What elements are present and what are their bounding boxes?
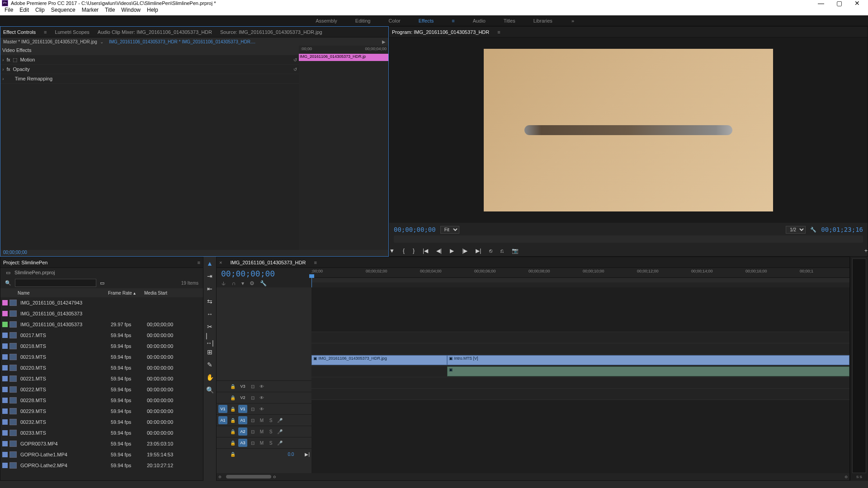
ec-play-icon[interactable]: ▶ xyxy=(382,39,386,44)
col-header-framerate[interactable]: Frame Rate ▴ xyxy=(108,291,144,296)
menu-sequence[interactable]: Sequence xyxy=(51,7,75,14)
workspace-titles[interactable]: Titles xyxy=(504,18,515,23)
chevron-down-icon[interactable]: ⌄ xyxy=(100,39,104,44)
go-to-next-icon[interactable]: ▶| xyxy=(305,452,310,457)
mark-in-icon[interactable]: { xyxy=(403,248,405,254)
source-patch-a1[interactable]: A1 xyxy=(218,416,227,424)
project-item-row[interactable]: 00220.MTS59.94 fps00:00:00:00 xyxy=(0,362,203,373)
add-marker-icon[interactable]: ▼ xyxy=(389,248,395,254)
sync-lock-icon[interactable]: ⊡ xyxy=(249,441,256,446)
lock-icon[interactable]: 🔒 xyxy=(229,395,236,400)
track-target-a2[interactable]: A2 xyxy=(238,427,247,436)
project-item-row[interactable]: IMG_20161106_014247943 xyxy=(0,297,203,308)
clip-label-color[interactable] xyxy=(2,343,8,349)
sync-lock-icon[interactable]: ⊡ xyxy=(249,407,256,412)
project-item-row[interactable]: IMG_20161106_014305373 xyxy=(0,308,203,319)
track-lane-v1[interactable]: ▣ IMG_20161106_014305373_HDR.jpg ▣ Intro… xyxy=(311,354,849,366)
clip-label-color[interactable] xyxy=(2,398,8,403)
lock-icon[interactable]: 🔒 xyxy=(229,384,236,389)
export-frame-icon[interactable]: 📷 xyxy=(512,248,519,254)
mute-icon[interactable]: M xyxy=(258,441,265,446)
ec-panel-menu-icon[interactable]: ≡ xyxy=(44,29,47,35)
scroll-thumb[interactable] xyxy=(226,475,271,479)
timeline-tracks-area[interactable]: ▣ IMG_20161106_014305373_HDR.jpg ▣ Intro… xyxy=(311,287,849,473)
project-panel-menu-icon[interactable]: ≡ xyxy=(198,260,200,265)
clip-label-color[interactable] xyxy=(2,419,8,425)
sync-lock-icon[interactable]: ⊡ xyxy=(249,395,256,400)
slip-tool-icon[interactable]: |↔| xyxy=(206,335,214,343)
solo-icon[interactable]: S xyxy=(267,429,274,434)
col-header-name[interactable]: Name xyxy=(18,291,108,296)
maximize-button[interactable]: ▢ xyxy=(830,0,848,7)
ec-mini-timeline[interactable]: :00;00 00;00;04;00 IMG_20161106_01430537… xyxy=(299,46,388,250)
track-lane-v3[interactable] xyxy=(311,332,849,343)
ec-effect-time-remapping[interactable]: › Time Remapping xyxy=(0,74,299,84)
tab-source-monitor[interactable]: Source: IMG_20161106_014305373_HDR.jpg xyxy=(220,29,322,35)
clip-label-color[interactable] xyxy=(2,387,8,392)
reset-icon[interactable]: ↺ xyxy=(293,67,297,72)
new-bin-icon[interactable]: ▭ xyxy=(100,280,104,286)
track-lane-a2[interactable] xyxy=(311,377,849,388)
menu-file[interactable]: File xyxy=(5,7,13,14)
program-scrubber[interactable] xyxy=(394,235,863,243)
track-target-v1[interactable]: V1 xyxy=(238,405,247,413)
clip-label-color[interactable] xyxy=(2,322,8,327)
project-item-row[interactable]: 00218.MTS59.94 fps00:00:00:00 xyxy=(0,341,203,352)
timeline-clip[interactable]: ▣ Intro.MTS [V] xyxy=(447,355,849,365)
program-viewer[interactable] xyxy=(389,38,868,223)
menu-edit[interactable]: Edit xyxy=(19,7,29,14)
timeline-ruler[interactable]: ;00;0000;00;02;0000;00;04;0000;00;06;000… xyxy=(311,268,849,278)
project-item-row[interactable]: GOPRO-Lathe2.MP459.94 fps20:10:27:12 xyxy=(0,460,203,471)
rate-stretch-tool-icon[interactable]: ↔ xyxy=(206,310,214,318)
minimize-button[interactable]: — xyxy=(812,0,830,7)
workspace-color[interactable]: Color xyxy=(388,18,400,23)
workspace-libraries[interactable]: Libraries xyxy=(533,18,552,23)
audio-meter[interactable] xyxy=(852,258,866,473)
lock-icon[interactable]: 🔒 xyxy=(229,441,236,446)
sync-lock-icon[interactable]: ⊡ xyxy=(249,384,256,389)
program-zoom-select[interactable]: Fit xyxy=(440,226,459,234)
workspace-assembly[interactable]: Assembly xyxy=(316,18,337,23)
track-lane-a3[interactable] xyxy=(311,388,849,399)
track-target-v3[interactable]: V3 xyxy=(238,382,247,390)
tab-audio-clip-mixer[interactable]: Audio Clip Mixer: IMG_20161106_014305373… xyxy=(98,29,212,35)
track-lane-v2[interactable] xyxy=(311,343,849,354)
clip-label-color[interactable] xyxy=(2,311,8,316)
lock-icon[interactable]: 🔒 xyxy=(229,407,236,412)
program-resolution-select[interactable]: 1/2 xyxy=(786,226,806,234)
timeline-zoom-value[interactable]: 0.0 xyxy=(288,452,294,457)
close-button[interactable]: ✕ xyxy=(848,0,866,7)
track-target-a3[interactable]: A3 xyxy=(238,439,247,447)
lift-icon[interactable]: ⎋ xyxy=(489,248,492,254)
clip-label-color[interactable] xyxy=(2,300,8,305)
timeline-audio-clip[interactable]: ▣ xyxy=(447,366,849,376)
clip-label-color[interactable] xyxy=(2,463,8,468)
lock-icon[interactable]: 🔒 xyxy=(229,452,236,457)
ec-clip-breadcrumb[interactable]: IMG_20161106_014305373_HDR * IMG_2016110… xyxy=(109,39,255,44)
extract-icon[interactable]: ⎌ xyxy=(500,248,504,254)
twirl-icon[interactable]: › xyxy=(2,76,4,81)
project-item-list[interactable]: IMG_20161106_014247943IMG_20161106_01430… xyxy=(0,297,203,480)
tab-sequence[interactable]: IMG_20161106_014305373_HDR xyxy=(230,260,306,265)
slide-tool-icon[interactable]: ⊞ xyxy=(206,348,214,356)
timeline-clip[interactable]: ▣ IMG_20161106_014305373_HDR.jpg xyxy=(311,355,447,365)
mark-out-icon[interactable]: } xyxy=(413,248,415,254)
selection-tool-icon[interactable]: ▲ xyxy=(206,259,214,267)
track-target-v2[interactable]: V2 xyxy=(238,394,247,402)
mute-icon[interactable]: M xyxy=(258,429,265,434)
voiceover-icon[interactable]: 🎤 xyxy=(276,429,283,434)
sync-lock-icon[interactable]: ⊡ xyxy=(249,418,256,423)
mute-icon[interactable]: M xyxy=(258,418,265,423)
project-item-row[interactable]: 00232.MTS59.94 fps00:00:00:00 xyxy=(0,417,203,427)
program-current-timecode[interactable]: 00;00;00;00 xyxy=(394,226,436,233)
tab-effect-controls[interactable]: Effect Controls xyxy=(3,29,36,35)
project-item-row[interactable]: 00217.MTS59.94 fps00:00:00:00 xyxy=(0,330,203,341)
col-header-mediastart[interactable]: Media Start xyxy=(144,291,189,296)
menu-clip[interactable]: Clip xyxy=(35,7,45,14)
workspace-editing[interactable]: Editing xyxy=(355,18,371,23)
project-item-row[interactable]: 00221.MTS59.94 fps00:00:00:00 xyxy=(0,373,203,384)
step-forward-icon[interactable]: |▶ xyxy=(462,248,467,254)
close-sequence-icon[interactable]: × xyxy=(219,260,222,265)
toggle-output-icon[interactable]: 👁 xyxy=(258,384,265,389)
workspace-overflow-icon[interactable]: » xyxy=(571,18,574,23)
